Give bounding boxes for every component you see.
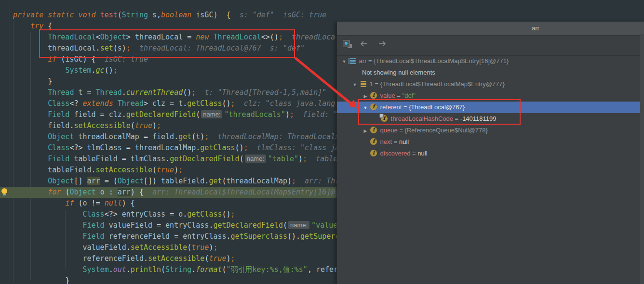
code-token: Object [48,177,74,185]
code-token: . [196,143,200,152]
code-token: ; [231,254,235,263]
code-token [235,99,244,108]
code-token: ) [122,199,131,207]
code-token: ( [152,166,157,174]
code-token [283,33,292,41]
variable-value: "def" [402,92,416,99]
collapse-icon[interactable]: ▼ [340,56,349,67]
tree-row-next[interactable]: f next = null [337,136,640,148]
code-token: getDeclaredField [213,221,283,230]
code-token: Field [83,221,105,230]
code-token: { [227,11,231,19]
code-token: ( [222,177,227,185]
code-token: Field [48,155,69,163]
code-token: getClass [200,143,235,152]
popup-title-bar[interactable]: arr [337,22,644,36]
inline-debug-hint: clz: "class java.lang. [244,99,340,108]
code-token: ( [240,155,244,163]
code-token: ) [152,121,157,130]
code-token: ) [122,44,126,52]
variable-value: null [399,138,409,145]
code-token: ( [131,121,135,130]
field-icon: f [370,103,378,111]
code-token: true [135,121,152,130]
code-token: if [48,55,61,64]
code-token: = [165,210,178,219]
code-token: : [105,188,118,196]
code-token: ; [303,155,307,163]
code-token: ) [298,155,303,163]
forward-arrow-icon[interactable] [377,40,387,48]
code-token: ( [78,199,82,207]
code-token: ; [292,177,296,185]
code-token: for [48,188,65,196]
equals-sign: = [402,103,409,111]
code-token: . [109,265,113,274]
code-token: setAccessible [148,254,204,263]
code-token: } [48,77,52,86]
code-token: setAccessible [74,121,130,130]
lightbulb-icon[interactable] [1,188,7,194]
code-token: t [178,99,183,108]
code-token: = [152,221,165,230]
code-token: Field [83,232,105,241]
code-token: isGC [196,11,213,19]
tree-row-threadLocalHashCode[interactable]: f threadLocalHashCode = -1401181199 [337,113,640,125]
collapse-icon[interactable]: ▼ [361,102,370,114]
scrollbar[interactable] [640,34,644,284]
code-token: s [118,44,122,52]
code-token: System [83,265,109,274]
tree-row-queue[interactable]: ▶f queue = {ReferenceQueue$Null@778} [337,125,640,136]
code-token: Object [48,132,74,141]
code-token [105,232,109,241]
inline-debug-hint: isGC: true [105,55,148,64]
equals-sign: = [392,138,399,145]
code-token: ( [222,265,227,274]
code-token: true [191,243,209,252]
param-hint-chip: name: [288,221,309,229]
tree-row-referent[interactable]: ▼f referent = {ThreadLocal@767} [337,102,640,113]
expand-icon[interactable]: ▶ [361,90,370,102]
code-token: = ( [100,177,118,185]
inline-debug-hint: table [316,155,337,163]
code-token: . [92,66,96,75]
code-token: new [196,33,213,41]
tree-row-1[interactable]: ▼ 1 = {ThreadLocal$ThreadLocalMap$Entry@… [337,78,640,90]
code-token [217,11,226,19]
code-token: = [83,88,96,97]
code-token: ; [126,44,131,52]
tree-row-discovered[interactable]: f discovered = null [337,148,640,159]
code-token: . [183,210,187,219]
code-token: threadLocal [48,44,95,52]
code-token: () [222,99,231,108]
equals-sign: = [395,92,402,99]
tree-row-value[interactable]: ▶f value = "def" [337,90,640,102]
variables-tree[interactable]: ▼ arr = {ThreadLocal$ThreadLocalMap$Entr… [337,55,640,284]
back-arrow-icon[interactable] [359,40,369,48]
code-token: = [170,232,183,241]
code-token [296,177,305,185]
tree-row-arr[interactable]: ▼ arr = {ThreadLocal$ThreadLocalMap$Entr… [337,55,640,67]
code-token: getSuperclass [231,232,287,241]
code-token: > [144,99,152,108]
code-token: tableField [48,166,91,174]
collapse-icon[interactable]: ▼ [350,79,359,90]
code-token [131,44,139,52]
code-token [144,188,152,196]
popup-toolbar [337,36,644,56]
code-token: { [92,55,96,64]
code-token: ; [231,210,235,219]
code-token: Thread [118,99,144,108]
code-token: . [126,243,131,252]
tree-message-row[interactable]: Not showing null elements [337,67,640,78]
code-token: if [65,199,78,207]
popup-title: arr [532,25,539,32]
view-options-icon[interactable] [343,40,353,49]
field-icon: f [370,150,378,157]
expand-icon[interactable]: ▶ [361,125,370,137]
code-token: = [139,132,152,141]
field-watch-icon: f [380,115,389,122]
code-line[interactable]: private static void test(String s,boolea… [0,10,644,21]
code-token: test [100,11,118,19]
code-token: getSuperc [300,232,339,241]
